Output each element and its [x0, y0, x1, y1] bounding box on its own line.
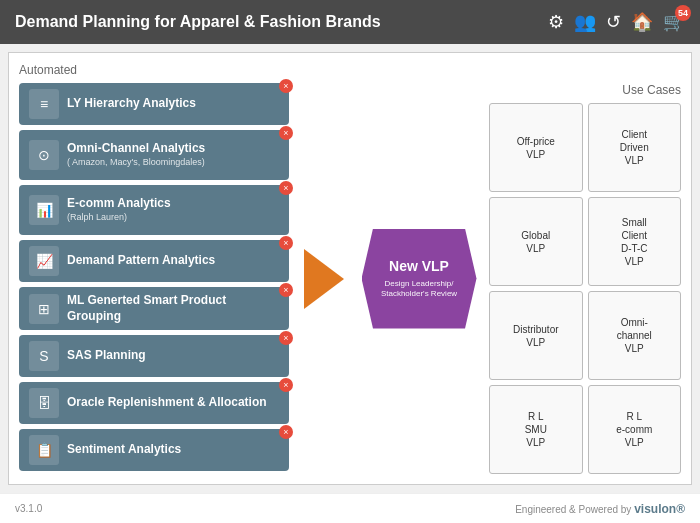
module-close-sas-planning[interactable]: ×: [279, 331, 293, 345]
vlp-title: New VLP: [389, 258, 449, 275]
module-close-sentiment[interactable]: ×: [279, 425, 293, 439]
module-btn-ecomm[interactable]: 📊E-comm Analytics(Ralph Lauren)×: [19, 185, 289, 235]
module-label-ly-hierarchy: LY Hierarchy Analytics: [67, 96, 279, 112]
header-icons: ⚙ 👥 ↺ 🏠 🛒 54: [548, 11, 685, 33]
vlp-area: New VLP Design Leadership/ Stackholder's…: [359, 83, 479, 474]
vlp-subtitle: Design Leadership/ Stackholder's Review: [372, 279, 467, 300]
module-btn-sentiment[interactable]: 📋Sentiment Analytics×: [19, 429, 289, 471]
main-content: Automated ≡LY Hierarchy Analytics×⊙Omni-…: [8, 52, 692, 485]
module-icon-ml-generted: ⊞: [29, 294, 59, 324]
app-header: Demand Planning for Apparel & Fashion Br…: [0, 0, 700, 44]
module-sub-ecomm: (Ralph Lauren): [67, 212, 279, 224]
module-btn-sas-planning[interactable]: SSAS Planning×: [19, 335, 289, 377]
powered-by-label: Engineered & Powered by: [515, 504, 631, 515]
content-area: ≡LY Hierarchy Analytics×⊙Omni-Channel An…: [19, 83, 681, 474]
arrow-area: [299, 83, 349, 474]
automated-label: Automated: [19, 63, 681, 77]
use-cases-grid: Off-price VLPClient Driven VLPGlobal VLP…: [489, 103, 681, 474]
module-sub-omni-channel: ( Amazon, Macy's, Bloomingdales): [67, 157, 279, 169]
module-close-ml-generted[interactable]: ×: [279, 283, 293, 297]
module-close-ly-hierarchy[interactable]: ×: [279, 79, 293, 93]
module-label-ecomm: E-comm Analytics(Ralph Lauren): [67, 196, 279, 223]
module-close-oracle[interactable]: ×: [279, 378, 293, 392]
module-close-ecomm[interactable]: ×: [279, 181, 293, 195]
module-label-oracle: Oracle Replenishment & Allocation: [67, 395, 279, 411]
app-title: Demand Planning for Apparel & Fashion Br…: [15, 13, 381, 31]
module-close-demand-pattern[interactable]: ×: [279, 236, 293, 250]
brand-name: visulon®: [634, 502, 685, 516]
use-case-box-2[interactable]: Global VLP: [489, 197, 583, 286]
modules-panel: ≡LY Hierarchy Analytics×⊙Omni-Channel An…: [19, 83, 289, 474]
module-icon-demand-pattern: 📈: [29, 246, 59, 276]
module-btn-oracle[interactable]: 🗄Oracle Replenishment & Allocation×: [19, 382, 289, 424]
use-case-box-7[interactable]: R L e-comm VLP: [588, 385, 682, 474]
powered-by: Engineered & Powered by visulon®: [515, 502, 685, 516]
settings-icon[interactable]: ⚙: [548, 11, 564, 33]
use-case-box-1[interactable]: Client Driven VLP: [588, 103, 682, 192]
vlp-box[interactable]: New VLP Design Leadership/ Stackholder's…: [362, 229, 477, 329]
module-icon-ly-hierarchy: ≡: [29, 89, 59, 119]
module-label-demand-pattern: Demand Pattern Analytics: [67, 253, 279, 269]
module-close-omni-channel[interactable]: ×: [279, 126, 293, 140]
module-icon-sas-planning: S: [29, 341, 59, 371]
module-label-sentiment: Sentiment Analytics: [67, 442, 279, 458]
module-btn-ml-generted[interactable]: ⊞ML Generted Smart Product Grouping×: [19, 287, 289, 330]
use-case-box-0[interactable]: Off-price VLP: [489, 103, 583, 192]
module-icon-omni-channel: ⊙: [29, 140, 59, 170]
use-case-box-6[interactable]: R L SMU VLP: [489, 385, 583, 474]
use-case-box-3[interactable]: Small Client D-T-C VLP: [588, 197, 682, 286]
module-icon-ecomm: 📊: [29, 195, 59, 225]
module-icon-sentiment: 📋: [29, 435, 59, 465]
app-footer: v3.1.0 Engineered & Powered by visulon®: [0, 493, 700, 523]
module-label-sas-planning: SAS Planning: [67, 348, 279, 364]
module-btn-demand-pattern[interactable]: 📈Demand Pattern Analytics×: [19, 240, 289, 282]
use-case-box-5[interactable]: Omni- channel VLP: [588, 291, 682, 380]
module-label-ml-generted: ML Generted Smart Product Grouping: [67, 293, 279, 324]
flow-arrow: [304, 249, 344, 309]
cart-icon[interactable]: 🛒 54: [663, 11, 685, 33]
module-icon-oracle: 🗄: [29, 388, 59, 418]
version-text: v3.1.0: [15, 503, 42, 514]
users-icon[interactable]: 👥: [574, 11, 596, 33]
module-label-omni-channel: Omni-Channel Analytics( Amazon, Macy's, …: [67, 141, 279, 168]
home-icon[interactable]: 🏠: [631, 11, 653, 33]
module-btn-omni-channel[interactable]: ⊙Omni-Channel Analytics( Amazon, Macy's,…: [19, 130, 289, 180]
right-panel: Use Cases Off-price VLPClient Driven VLP…: [489, 83, 681, 474]
cart-badge: 54: [675, 5, 691, 21]
module-btn-ly-hierarchy[interactable]: ≡LY Hierarchy Analytics×: [19, 83, 289, 125]
use-case-box-4[interactable]: Distributor VLP: [489, 291, 583, 380]
use-cases-label: Use Cases: [489, 83, 681, 97]
history-icon[interactable]: ↺: [606, 11, 621, 33]
